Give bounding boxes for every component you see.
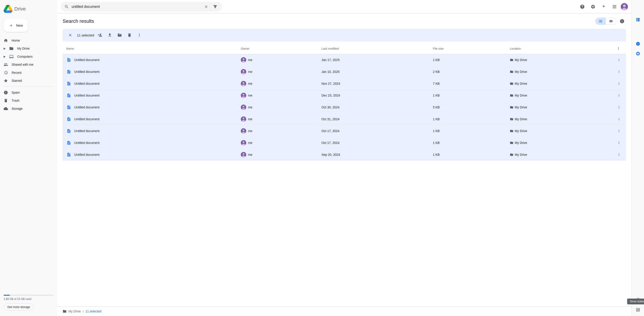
add-panel-button[interactable]: [634, 296, 642, 304]
storage-bar-fill: [4, 295, 10, 296]
bottom-location: My Drive: [68, 310, 81, 313]
sheets-panel-button[interactable]: [634, 15, 642, 24]
move-button[interactable]: [116, 31, 124, 39]
sidebar-item-label: My Drive: [17, 47, 30, 50]
new-button[interactable]: ＋ New: [4, 19, 28, 32]
gemini-button[interactable]: [599, 2, 608, 11]
doc-icon: [66, 116, 72, 122]
nav-divider: [4, 86, 54, 87]
tasks-panel-button[interactable]: [634, 39, 642, 48]
table-row[interactable]: Untitled document me Oct 31, 2024 1 KB M…: [62, 113, 626, 125]
location-drive-icon: [510, 141, 514, 145]
doc-icon: [66, 57, 72, 62]
row-more-button[interactable]: [616, 104, 622, 111]
shared-icon: [4, 62, 8, 67]
app-title: Drive: [14, 6, 26, 12]
table-row[interactable]: Untitled document me Dec 23, 2024 1 KB M…: [62, 90, 626, 101]
sidebar-item-storage[interactable]: Storage: [0, 105, 54, 113]
share-button[interactable]: [96, 31, 104, 39]
location-drive-icon: [510, 82, 514, 85]
owner-name: me: [248, 82, 252, 85]
row-more-button[interactable]: [616, 56, 622, 63]
file-modified: Jan 17, 2025: [318, 54, 429, 66]
table-row[interactable]: Untitled document me Oct 17, 2024 1 KB M…: [62, 125, 626, 137]
download-button[interactable]: [106, 31, 114, 39]
apps-button[interactable]: [610, 2, 619, 11]
sidebar-item-computers[interactable]: ▶ Computers: [0, 52, 54, 60]
chat-panel-button[interactable]: [634, 49, 642, 58]
file-name: Untitled document: [74, 117, 100, 121]
info-button[interactable]: [618, 17, 626, 25]
row-more-button[interactable]: [616, 151, 622, 158]
owner-avatar: [241, 152, 246, 157]
row-more-cell: [612, 125, 626, 137]
search-filter-button[interactable]: [212, 3, 218, 10]
row-more-button[interactable]: [616, 116, 622, 123]
clear-selection-button[interactable]: [66, 31, 74, 39]
table-row[interactable]: Untitled document me Jan 10, 2025 2 KB M…: [62, 66, 626, 78]
my-drive-icon: [9, 46, 14, 51]
sidebar-item-shared[interactable]: Shared with me: [0, 60, 54, 69]
get-storage-button[interactable]: Get more storage: [4, 303, 34, 311]
bottom-selected: 11 selected: [86, 310, 102, 313]
column-more-button[interactable]: [616, 45, 622, 52]
sidebar-item-my-drive[interactable]: ▶ My Drive: [0, 44, 54, 52]
sidebar-item-recent[interactable]: Recent: [0, 69, 54, 77]
help-button[interactable]: [578, 2, 587, 11]
nav-section: Home ▶ My Drive ▶ Computers Shared with …: [0, 36, 57, 113]
list-view-button[interactable]: [596, 18, 606, 24]
sidebar-item-trash[interactable]: Trash: [0, 96, 54, 105]
show-sidebar-button[interactable]: Show sidebar: [634, 305, 642, 314]
svg-point-10: [242, 82, 244, 84]
row-more-button[interactable]: [616, 92, 622, 99]
row-more-button[interactable]: [616, 139, 622, 146]
file-size: 1 KB: [429, 54, 506, 66]
file-table: Name Owner Last modified File size Locat…: [62, 43, 626, 161]
main-content: Search results 11 select: [57, 0, 632, 316]
row-more-button[interactable]: [616, 68, 622, 75]
storage-text: 1.88 GB of 15 GB used: [4, 298, 54, 301]
file-size: 1 KB: [429, 137, 506, 149]
settings-button[interactable]: [588, 2, 598, 11]
doc-icon: [66, 152, 72, 157]
table-row[interactable]: Untitled document me Oct 30, 2024 5 KB M…: [62, 101, 626, 113]
doc-icon: [66, 105, 72, 110]
owner-avatar: [241, 57, 246, 62]
file-location: My Drive: [506, 66, 612, 78]
sidebar-item-home[interactable]: Home: [0, 36, 54, 44]
table-row[interactable]: Untitled document me Nov 27, 2024 7 KB M…: [62, 78, 626, 90]
row-more-button[interactable]: [616, 80, 622, 87]
table-row[interactable]: Untitled document me Jan 17, 2025 1 KB M…: [62, 54, 626, 66]
svg-point-36: [637, 53, 639, 54]
more-actions-button[interactable]: [135, 31, 143, 39]
row-more-cell: [612, 149, 626, 161]
file-name: Untitled document: [74, 70, 100, 73]
file-modified: Sep 20, 2024: [318, 149, 429, 161]
storage-section: 1.88 GB of 15 GB used Get more storage: [0, 290, 57, 314]
file-size: 1 KB: [429, 125, 506, 137]
file-size: 2 KB: [429, 66, 506, 78]
drive-logo-icon: [4, 4, 12, 13]
location-drive-icon: [510, 117, 514, 121]
info-icon: [620, 19, 624, 24]
owner-name: me: [248, 153, 252, 156]
table-row[interactable]: Untitled document me Oct 17, 2024 1 KB M…: [62, 137, 626, 149]
delete-button[interactable]: [126, 31, 134, 39]
breadcrumb-arrow: ›: [82, 310, 84, 313]
search-clear-button[interactable]: [203, 3, 209, 10]
svg-point-16: [242, 106, 244, 107]
table-row[interactable]: Untitled document me Sep 20, 2024 1 KB M…: [62, 149, 626, 161]
sidebar-item-label: Home: [12, 39, 20, 42]
user-avatar[interactable]: [621, 3, 628, 10]
owner-name: me: [248, 117, 252, 121]
view-toggle: [595, 18, 616, 25]
row-more-button[interactable]: [616, 127, 622, 135]
doc-icon: [66, 69, 72, 74]
grid-view-button[interactable]: [606, 18, 616, 24]
sidebar-item-starred[interactable]: Starred: [0, 77, 54, 85]
sidebar-item-spam[interactable]: Spam: [0, 88, 54, 96]
search-input[interactable]: [72, 5, 200, 9]
svg-point-25: [242, 141, 244, 143]
page-title: Search results: [62, 18, 94, 24]
row-more-cell: [612, 66, 626, 78]
